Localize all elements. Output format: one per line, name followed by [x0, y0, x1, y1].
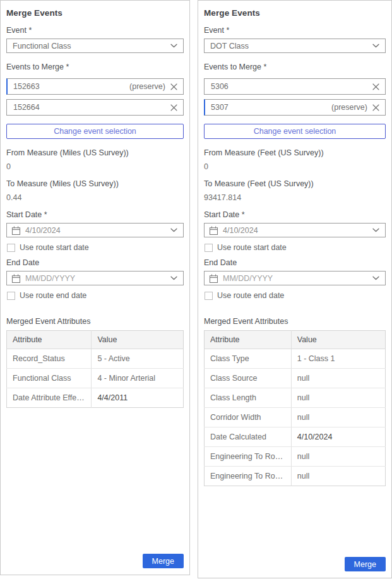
merged-event-attributes-table: Attribute Value Record_Status 5 - Active… — [6, 330, 184, 408]
value-cell: 4 - Minor Arterial — [92, 369, 184, 388]
to-measure-label: To Measure (Feet (US Survey)) — [204, 179, 386, 189]
start-date-label: Start Date * — [6, 210, 184, 220]
value-column-header: Value — [291, 331, 385, 349]
use-route-end-date-row: Use route end date — [205, 291, 386, 300]
to-measure-value: 93417.814 — [204, 193, 386, 203]
end-date-placeholder: MM/DD/YYYY — [223, 274, 273, 283]
value-cell: null — [291, 369, 385, 388]
panel-title: Merge Events — [204, 8, 386, 18]
attribute-cell: Class Source — [205, 369, 292, 388]
remove-event-icon[interactable] — [372, 83, 379, 90]
attribute-cell: Date Calculated — [205, 427, 292, 447]
event-label: Event * — [6, 26, 184, 35]
calendar-icon — [209, 226, 218, 235]
table-row: Date Calculated 4/10/2024 — [205, 427, 386, 447]
chevron-down-icon — [372, 228, 379, 232]
merge-events-panel-functional-class: Merge Events Event * Functional Class Ev… — [0, 0, 190, 575]
value-cell: null — [291, 467, 385, 486]
attribute-cell: Engineering To RouteID — [205, 447, 292, 467]
preserve-tag: (preserve) — [331, 103, 367, 112]
end-date-placeholder: MM/DD/YYYY — [25, 274, 75, 283]
table-header-row: Attribute Value — [7, 331, 184, 349]
table-row: Engineering To Route ... null — [205, 467, 386, 486]
event-id: 5307 — [211, 103, 229, 112]
attribute-cell: Functional Class — [7, 369, 92, 388]
change-event-selection-button[interactable]: Change event selection — [204, 124, 386, 139]
event-to-merge-item: 5307 (preserve) — [204, 99, 386, 116]
from-measure-value: 0 — [204, 162, 386, 172]
start-date-label: Start Date * — [204, 210, 386, 220]
merge-button[interactable]: Merge — [345, 557, 386, 571]
calendar-icon — [11, 226, 21, 235]
merge-events-panel-dot-class: Merge Events Event * DOT Class Events to… — [198, 0, 392, 578]
use-route-end-date-label: Use route end date — [20, 291, 86, 300]
table-row: Class Source null — [205, 369, 386, 388]
events-to-merge-list: 5306 5307 (preserve) — [204, 78, 386, 120]
event-to-merge-item: 5306 — [204, 78, 386, 95]
use-route-end-date-row: Use route end date — [7, 291, 184, 300]
merged-event-attributes-title: Merged Event Attributes — [204, 317, 386, 326]
merge-button[interactable]: Merge — [143, 554, 184, 568]
event-select[interactable]: DOT Class — [204, 39, 386, 53]
table-row: Class Type 1 - Class 1 — [205, 349, 386, 369]
use-route-start-date-checkbox[interactable] — [7, 244, 15, 252]
event-id: 152663 — [13, 82, 40, 91]
end-date-input[interactable]: MM/DD/YYYY — [6, 271, 184, 285]
attribute-cell: Date Attribute Effective — [7, 388, 92, 408]
chevron-down-icon — [170, 228, 177, 232]
value-cell: 4/4/2011 — [92, 388, 184, 408]
table-row: Corridor Width null — [205, 408, 386, 427]
use-route-end-date-label: Use route end date — [217, 291, 284, 300]
remove-event-icon[interactable] — [170, 104, 177, 111]
to-measure-label: To Measure (Miles (US Survey)) — [6, 179, 184, 189]
end-date-input[interactable]: MM/DD/YYYY — [204, 271, 386, 285]
chevron-down-icon — [170, 44, 177, 48]
table-row: Functional Class 4 - Minor Arterial — [7, 369, 184, 388]
value-cell: null — [291, 388, 385, 408]
use-route-start-date-label: Use route start date — [20, 243, 89, 252]
event-to-merge-item: 152664 — [6, 99, 184, 116]
chevron-down-icon — [170, 276, 177, 280]
remove-event-icon[interactable] — [170, 83, 177, 90]
event-id: 152664 — [13, 103, 40, 112]
use-route-start-date-checkbox[interactable] — [205, 244, 213, 252]
panel-footer: Merge — [6, 547, 184, 568]
attribute-column-header: Attribute — [7, 331, 92, 349]
merged-event-attributes-title: Merged Event Attributes — [6, 317, 184, 326]
events-to-merge-label: Events to Merge * — [6, 63, 184, 72]
use-route-end-date-checkbox[interactable] — [205, 292, 213, 300]
chevron-down-icon — [372, 276, 379, 280]
value-column-header: Value — [92, 331, 184, 349]
table-row: Record_Status 5 - Active — [7, 349, 184, 369]
calendar-icon — [209, 274, 218, 283]
panel-title: Merge Events — [6, 8, 184, 18]
events-to-merge-list: 152663 (preserve) 152664 — [6, 78, 184, 120]
from-measure-label: From Measure (Feet (US Survey)) — [204, 148, 386, 158]
value-cell: 4/10/2024 — [291, 427, 385, 447]
end-date-label: End Date — [204, 258, 386, 268]
use-route-start-date-row: Use route start date — [205, 243, 386, 252]
table-row: Engineering To RouteID null — [205, 447, 386, 467]
events-to-merge-label: Events to Merge * — [204, 63, 386, 72]
event-select[interactable]: Functional Class — [6, 39, 184, 53]
value-cell: 1 - Class 1 — [291, 349, 385, 369]
attribute-cell: Class Length — [205, 388, 292, 408]
chevron-down-icon — [372, 44, 379, 48]
value-cell: 5 - Active — [92, 349, 184, 369]
start-date-input[interactable]: 4/10/2024 — [204, 223, 386, 237]
event-select-value: DOT Class — [210, 42, 249, 51]
event-label: Event * — [204, 26, 386, 35]
start-date-input[interactable]: 4/10/2024 — [6, 223, 184, 237]
use-route-end-date-checkbox[interactable] — [7, 292, 15, 300]
change-event-selection-button[interactable]: Change event selection — [6, 124, 184, 139]
value-cell: null — [291, 447, 385, 467]
event-select-value: Functional Class — [13, 42, 71, 51]
use-route-start-date-row: Use route start date — [7, 243, 184, 252]
attribute-cell: Record_Status — [7, 349, 92, 369]
use-route-start-date-label: Use route start date — [217, 243, 287, 252]
to-measure-value: 0.44 — [6, 193, 184, 203]
remove-event-icon[interactable] — [372, 104, 379, 111]
table-row: Date Attribute Effective 4/4/2011 — [7, 388, 184, 408]
calendar-icon — [11, 274, 21, 283]
event-id: 5306 — [211, 82, 229, 91]
